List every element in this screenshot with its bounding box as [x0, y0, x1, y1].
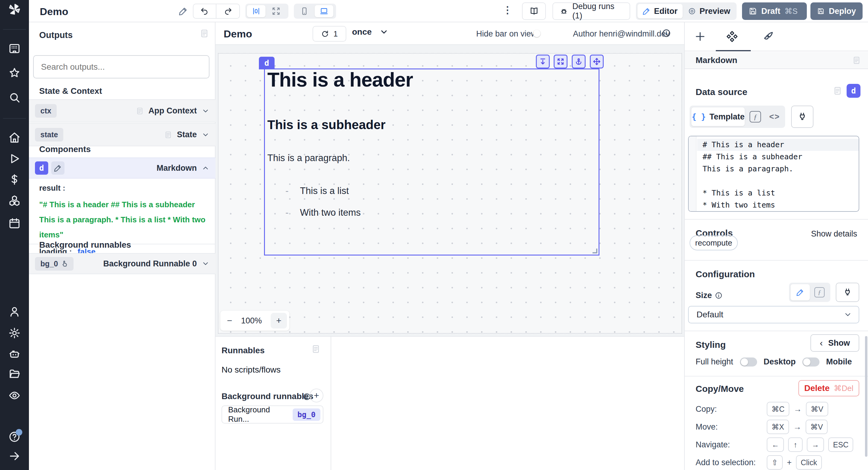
delete-shortcut: ⌘Del — [834, 384, 854, 393]
size-static-button[interactable] — [790, 284, 810, 300]
sidebar-audit-icon[interactable] — [8, 389, 21, 402]
size-select[interactable]: Default — [688, 306, 859, 323]
preview-tab[interactable]: Preview — [684, 4, 735, 19]
fullwidth-layout-button[interactable] — [267, 5, 285, 17]
ctx-row[interactable]: ctx App Context — [29, 99, 216, 122]
component-badge[interactable]: d — [259, 57, 275, 69]
editor-tab[interactable]: Editor — [638, 4, 683, 19]
full-height-toggle[interactable] — [740, 357, 757, 366]
tab-insert-icon[interactable] — [694, 31, 706, 42]
sidebar-apps-icon[interactable] — [8, 42, 21, 55]
runnables-log-icon[interactable] — [311, 345, 320, 354]
zoom-in-button[interactable]: + — [271, 313, 287, 328]
connect-input-button[interactable] — [791, 106, 813, 128]
state-log-icon[interactable] — [164, 131, 172, 139]
desktop-view-button[interactable] — [315, 5, 333, 17]
sidebar-search-icon[interactable] — [8, 91, 21, 104]
markdown-component[interactable]: This is a header This is a subheader Thi… — [264, 68, 599, 256]
state-id-chip[interactable]: state — [35, 128, 63, 142]
debug-runs-button[interactable]: Debug runs (1) — [553, 2, 630, 20]
chevron-down-icon[interactable] — [202, 260, 210, 268]
fx-mode-button[interactable]: ƒ — [747, 108, 764, 126]
refresh-mode-select[interactable]: once — [352, 27, 389, 37]
delete-button[interactable]: Delete ⌘Del — [798, 380, 859, 396]
more-menu-button[interactable]: ⋮ — [503, 4, 513, 16]
ctx-id-chip[interactable]: ctx — [35, 104, 57, 118]
panel-divider[interactable] — [331, 337, 331, 470]
sidebar-settings-icon[interactable] — [8, 327, 21, 339]
windmill-logo-icon[interactable] — [8, 3, 21, 16]
sidebar-variables-icon[interactable] — [8, 173, 21, 185]
canvas-grid[interactable]: This is a header This is a subheader Thi… — [218, 53, 682, 334]
draft-button[interactable]: Draft ⌘S — [742, 2, 807, 20]
size-fx-button[interactable]: ƒ — [811, 284, 828, 300]
hand-pointer-icon — [61, 260, 68, 267]
styling-show-label: Show — [828, 339, 850, 348]
template-code-editor[interactable]: # This is a header ## This is a subheade… — [688, 136, 859, 212]
rename-component-icon[interactable] — [51, 161, 64, 175]
sidebar-folders-icon[interactable] — [8, 368, 21, 380]
chevron-up-icon[interactable] — [202, 164, 210, 172]
code-mode-button[interactable]: <> — [766, 108, 783, 126]
bg0-id-chip[interactable]: bg_0 — [35, 257, 73, 271]
handle-expand-icon[interactable] — [554, 55, 567, 68]
component-log-icon[interactable] — [852, 56, 861, 64]
desktop-toggle[interactable] — [802, 357, 819, 366]
mobile-view-button[interactable] — [296, 5, 313, 17]
braces-icon: { } — [692, 112, 706, 121]
handle-move-icon[interactable] — [590, 55, 604, 68]
info-icon[interactable] — [662, 29, 671, 38]
sidebar-workers-icon[interactable] — [8, 348, 21, 360]
sidebar-favorites-icon[interactable] — [8, 67, 21, 79]
sidebar-users-icon[interactable] — [8, 305, 21, 318]
chevron-down-icon[interactable] — [202, 107, 210, 115]
add-background-runnable-button[interactable]: + — [310, 388, 323, 403]
undo-button[interactable] — [193, 4, 216, 18]
background-runnable-row[interactable]: bg_0 Background Runnable 0 — [29, 253, 216, 274]
app-canvas[interactable]: This is a header This is a subheader Thi… — [216, 45, 684, 336]
scrollbar-thumb[interactable] — [865, 336, 867, 457]
runnables-title: Runnables — [221, 346, 265, 355]
outputs-log-icon[interactable] — [200, 29, 209, 38]
help-icon[interactable] — [8, 431, 21, 443]
result-value[interactable]: "# This is a header ## This is a subhead… — [39, 197, 208, 242]
centered-layout-button[interactable] — [247, 5, 266, 17]
sidebar-runs-icon[interactable] — [8, 153, 21, 165]
hide-bar-label: Hide bar on view — [476, 29, 537, 39]
handle-anchor-icon[interactable] — [572, 55, 586, 68]
handle-insert-icon[interactable] — [536, 55, 550, 68]
chevron-down-icon[interactable] — [202, 131, 210, 139]
sidebar-home-icon[interactable] — [8, 131, 21, 144]
show-details-link[interactable]: Show details — [811, 229, 857, 239]
kbd-key: ⌘C — [767, 402, 789, 416]
state-row[interactable]: state State — [29, 123, 216, 146]
edit-title-icon[interactable] — [179, 6, 188, 16]
data-source-log-icon[interactable] — [833, 86, 842, 95]
bg-runnable-card[interactable]: Background Run... bg_0 — [221, 406, 323, 423]
deploy-button[interactable]: Deploy — [810, 2, 863, 20]
size-connect-button[interactable] — [836, 283, 859, 302]
component-row-markdown[interactable]: d Markdown — [29, 157, 216, 179]
resize-handle[interactable] — [592, 248, 597, 254]
data-source-badge[interactable]: d — [846, 84, 861, 98]
styling-show-button[interactable]: ‹ Show — [810, 334, 859, 352]
search-outputs-input[interactable] — [33, 55, 210, 79]
ctx-log-icon[interactable] — [136, 107, 144, 115]
sidebar-schedules-icon[interactable] — [8, 217, 21, 229]
help-badge-dot — [16, 429, 22, 436]
redo-button[interactable] — [216, 4, 239, 18]
recompute-button[interactable]: recompute — [689, 235, 738, 251]
zoom-out-button[interactable]: − — [227, 316, 232, 326]
tab-settings-icon[interactable] — [726, 31, 738, 42]
docs-button[interactable] — [522, 2, 546, 20]
result-key[interactable]: result — [39, 183, 61, 193]
sidebar-resources-icon[interactable] — [8, 195, 21, 207]
refresh-button[interactable]: 1 — [313, 26, 346, 41]
expand-rail-icon[interactable] — [8, 450, 21, 462]
component-id-badge[interactable]: d — [35, 161, 48, 175]
info-icon[interactable] — [715, 292, 722, 299]
bg-runnables-title: Background runnables — [221, 391, 313, 401]
template-mode-button[interactable]: { } Template — [691, 108, 745, 126]
tab-styling-icon[interactable] — [763, 31, 774, 42]
outputs-panel: Outputs State & Context ctx App Context … — [29, 22, 216, 470]
